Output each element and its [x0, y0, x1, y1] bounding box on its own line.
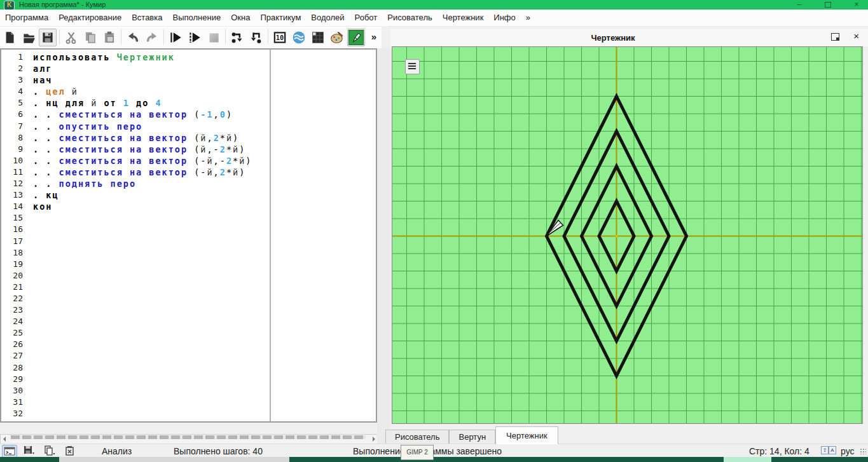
step-into-button[interactable]	[247, 29, 265, 46]
toolbar-overflow-button[interactable]: »	[371, 31, 376, 42]
code-line-31[interactable]	[33, 397, 252, 408]
canvas-menu-button[interactable]	[405, 59, 420, 74]
stop-button[interactable]	[205, 29, 223, 46]
code-text[interactable]: использовать Чертежникалгнач. цел й. нц …	[33, 51, 252, 423]
run-blind-button[interactable]	[167, 29, 184, 46]
menu-item-editing[interactable]: Редактирование	[53, 10, 127, 22]
code-line-33[interactable]	[33, 419, 252, 423]
keyboard-layout-icon[interactable]: ⇧A	[821, 446, 837, 455]
panel-float-button[interactable]	[831, 33, 839, 41]
scroll-left-arrow-icon[interactable]	[3, 437, 6, 442]
window-robot-button[interactable]	[309, 29, 327, 46]
code-line-32[interactable]	[33, 408, 252, 419]
save-file-button[interactable]	[39, 29, 57, 46]
undo-button[interactable]	[124, 29, 142, 46]
code-line-27[interactable]	[33, 350, 252, 362]
code-line-25[interactable]	[33, 327, 252, 339]
code-token: 2	[220, 167, 226, 177]
save-session-icon[interactable]	[22, 445, 36, 457]
line-number: 4	[1, 86, 23, 97]
copy-session-icon[interactable]	[43, 445, 57, 457]
maximize-button[interactable]	[822, 0, 834, 10]
menu-item-vodoley[interactable]: Водолей	[306, 10, 349, 22]
code-line-1[interactable]: использовать Чертежник	[33, 51, 252, 63]
menu-item-chertezhnik[interactable]: Чертежник	[437, 10, 489, 22]
window-chertezhnik-button[interactable]	[347, 29, 365, 46]
scrollbar-thumb[interactable]	[11, 435, 366, 439]
code-line-19[interactable]	[33, 259, 252, 270]
open-file-button[interactable]	[20, 29, 38, 46]
clear-glyph	[63, 445, 77, 457]
code-line-12[interactable]: . . поднять перо	[33, 178, 252, 189]
menu-item-windows[interactable]: Окна	[226, 10, 255, 22]
code-line-15[interactable]	[33, 212, 252, 224]
panel-title: Чертежник	[390, 33, 836, 43]
clear-icon[interactable]	[63, 445, 77, 457]
code-line-22[interactable]	[33, 293, 252, 304]
code-line-21[interactable]	[33, 282, 252, 293]
code-line-2[interactable]: алг	[33, 63, 252, 74]
menu-item-info[interactable]: Инфо	[488, 10, 520, 22]
code-editor[interactable]: 1234567891011121314151617181920212223242…	[0, 48, 377, 423]
code-token: 4	[155, 98, 162, 108]
code-line-18[interactable]	[33, 247, 252, 259]
code-line-23[interactable]	[33, 304, 252, 316]
panel-close-button[interactable]: ×	[853, 31, 859, 41]
menu-item-execution[interactable]: Выполнение	[167, 10, 226, 22]
tab-vertun[interactable]: Вертун	[449, 430, 495, 444]
tab-risovatel[interactable]: Рисователь	[385, 430, 449, 444]
run-button[interactable]	[186, 29, 203, 46]
editor-panel-splitter[interactable]	[377, 48, 390, 444]
code-line-24[interactable]	[33, 316, 252, 327]
code-token: алг	[33, 64, 52, 74]
close-button[interactable]: ×	[850, 0, 863, 10]
menu-item-insert[interactable]: Вставка	[127, 10, 167, 22]
cut-button[interactable]	[62, 29, 80, 46]
line-number: 11	[1, 166, 23, 178]
tab-chertezhnik[interactable]: Чертежник	[495, 426, 558, 444]
code-line-20[interactable]	[33, 270, 252, 282]
toolbar-separator	[225, 29, 226, 44]
code-token: сместиться на вектор	[59, 109, 195, 119]
paste-button[interactable]	[100, 29, 118, 46]
title-bar: K Новая программа* - Кумир – ×	[0, 0, 868, 10]
code-line-13[interactable]: . кц	[33, 189, 252, 201]
new-file-button[interactable]	[1, 29, 18, 46]
code-line-3[interactable]: нач	[33, 74, 252, 86]
menu-item-overflow[interactable]: »	[521, 10, 535, 22]
code-line-4[interactable]: . цел й	[33, 86, 252, 97]
code-line-9[interactable]: . . сместиться на вектор (й,-2*й)	[33, 144, 252, 155]
menu-item-robot[interactable]: Робот	[350, 10, 383, 22]
window-vodoley-button[interactable]	[290, 29, 308, 46]
minimize-button[interactable]: –	[793, 0, 806, 10]
code-token: )	[226, 109, 233, 119]
code-line-29[interactable]	[33, 374, 252, 385]
copy-button[interactable]	[81, 29, 99, 46]
redo-button[interactable]	[143, 29, 161, 46]
code-line-11[interactable]: . . сместиться на вектор (-й,2*й)	[33, 166, 252, 178]
step-over-button[interactable]	[228, 29, 246, 46]
line-number: 19	[1, 259, 23, 270]
menu-item-practicum[interactable]: Практикум	[255, 10, 306, 22]
chertezhnik-canvas[interactable]	[392, 46, 863, 424]
code-line-16[interactable]	[33, 224, 252, 235]
code-line-14[interactable]: кон	[33, 201, 252, 212]
code-token: . .	[33, 156, 59, 166]
code-line-6[interactable]: . . сместиться на вектор (-1,0)	[33, 109, 252, 120]
code-line-5[interactable]: . нц для й от 1 до 4	[33, 97, 252, 109]
resize-grip[interactable]	[860, 448, 866, 454]
code-line-28[interactable]	[33, 362, 252, 374]
menu-item-program[interactable]: Программа	[0, 10, 53, 22]
layout-language[interactable]: рус	[841, 446, 854, 456]
code-line-17[interactable]	[33, 236, 252, 247]
code-line-10[interactable]: . . сместиться на вектор (-й,-2*й)	[33, 155, 252, 166]
code-line-26[interactable]	[33, 339, 252, 350]
window-risovatel-button[interactable]	[328, 29, 346, 46]
console-icon[interactable]	[2, 445, 17, 458]
show-margin-values-button[interactable]: 10	[271, 29, 289, 46]
code-line-30[interactable]	[33, 385, 252, 397]
code-line-7[interactable]: . . опустить перо	[33, 121, 252, 132]
scroll-right-arrow-icon[interactable]	[373, 437, 375, 442]
menu-item-risovatel[interactable]: Рисователь	[382, 10, 437, 22]
code-line-8[interactable]: . . сместиться на вектор (й,2*й)	[33, 132, 252, 144]
